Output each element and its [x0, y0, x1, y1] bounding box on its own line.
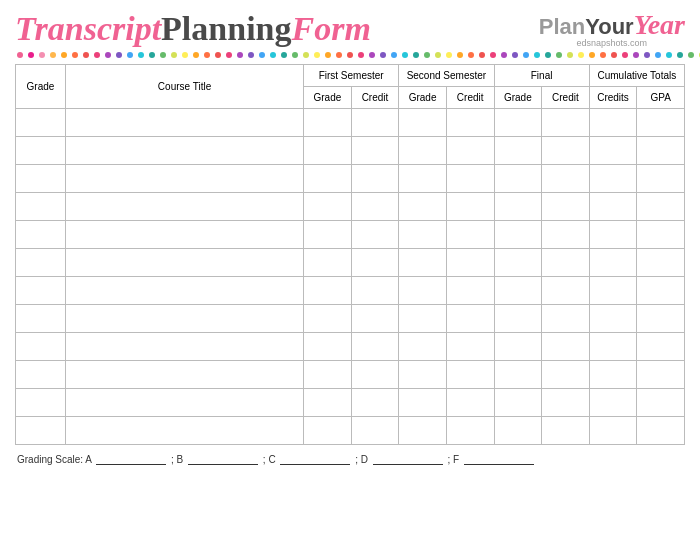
table-row — [16, 221, 685, 249]
header-row-1: Grade Course Title First Semester Second… — [16, 65, 685, 87]
table-cell — [351, 137, 399, 165]
grade-d-line — [373, 453, 443, 465]
dot — [512, 52, 518, 58]
table-cell — [494, 193, 542, 221]
dot — [193, 52, 199, 58]
table-cell — [16, 305, 66, 333]
table-cell — [494, 137, 542, 165]
table-cell — [65, 333, 303, 361]
table-cell — [542, 333, 590, 361]
table-cell — [16, 249, 66, 277]
dot — [457, 52, 463, 58]
logo-url: edsnapshots.com — [539, 39, 685, 48]
table-cell — [542, 165, 590, 193]
table-cell — [446, 361, 494, 389]
table-cell — [304, 249, 352, 277]
table-cell — [542, 109, 590, 137]
table-cell — [351, 389, 399, 417]
th-fs-grade: Grade — [304, 87, 352, 109]
table-cell — [637, 361, 685, 389]
table-cell — [304, 389, 352, 417]
table-row — [16, 193, 685, 221]
th-grade: Grade — [16, 65, 66, 109]
dot — [490, 52, 496, 58]
table-cell — [542, 277, 590, 305]
dot — [578, 52, 584, 58]
table-cell — [589, 193, 637, 221]
table-cell — [65, 389, 303, 417]
table-cell — [589, 361, 637, 389]
table-cell — [637, 305, 685, 333]
dot — [446, 52, 452, 58]
dot — [226, 52, 232, 58]
grade-c-line — [280, 453, 350, 465]
table-cell — [304, 277, 352, 305]
grade-a-line — [96, 453, 166, 465]
table-row — [16, 389, 685, 417]
grading-b-label: ; B — [171, 454, 183, 465]
table-cell — [494, 109, 542, 137]
th-ct-gpa: GPA — [637, 87, 685, 109]
dot — [127, 52, 133, 58]
dot — [94, 52, 100, 58]
table-cell — [16, 333, 66, 361]
table-cell — [494, 277, 542, 305]
table-cell — [637, 137, 685, 165]
dot — [655, 52, 661, 58]
table-cell — [304, 361, 352, 389]
grading-d-label: ; D — [355, 454, 368, 465]
table-cell — [399, 389, 447, 417]
table-cell — [16, 193, 66, 221]
logo-line: PlanYourYear — [539, 11, 685, 39]
table-cell — [65, 277, 303, 305]
table-cell — [304, 221, 352, 249]
grade-b-line — [188, 453, 258, 465]
dot — [435, 52, 441, 58]
table-cell — [16, 361, 66, 389]
grading-scale: Grading Scale: A ; B ; C ; D ; F — [15, 453, 685, 465]
dot — [303, 52, 309, 58]
th-first-semester: First Semester — [304, 65, 399, 87]
dot — [468, 52, 474, 58]
table-cell — [589, 417, 637, 445]
table-cell — [304, 165, 352, 193]
dot — [72, 52, 78, 58]
table-row — [16, 417, 685, 445]
dot — [259, 52, 265, 58]
dot — [358, 52, 364, 58]
logo-plan: Plan — [539, 14, 585, 39]
table-cell — [351, 249, 399, 277]
table-cell — [304, 109, 352, 137]
table-cell — [351, 277, 399, 305]
dot — [325, 52, 331, 58]
header: Transcript Planning Form PlanYourYear ed… — [15, 10, 685, 48]
table-cell — [351, 361, 399, 389]
table-row — [16, 333, 685, 361]
table-cell — [494, 221, 542, 249]
table-cell — [65, 417, 303, 445]
table-cell — [542, 417, 590, 445]
table-cell — [304, 193, 352, 221]
table-cell — [589, 221, 637, 249]
table-row — [16, 137, 685, 165]
title-planning: Planning — [161, 10, 291, 48]
table-row — [16, 165, 685, 193]
table-cell — [399, 417, 447, 445]
table-cell — [446, 221, 494, 249]
table-cell — [16, 109, 66, 137]
logo-year: Year — [634, 9, 685, 40]
table-row — [16, 249, 685, 277]
table-cell — [637, 277, 685, 305]
dot — [248, 52, 254, 58]
dot — [61, 52, 67, 58]
grading-scale-label: Grading Scale: A — [17, 454, 92, 465]
table-cell — [399, 193, 447, 221]
table-cell — [65, 165, 303, 193]
dot — [116, 52, 122, 58]
title-transcript: Transcript — [15, 10, 161, 48]
table-cell — [542, 305, 590, 333]
table-cell — [589, 389, 637, 417]
table-cell — [16, 417, 66, 445]
table-cell — [399, 333, 447, 361]
grading-c-label: ; C — [263, 454, 276, 465]
